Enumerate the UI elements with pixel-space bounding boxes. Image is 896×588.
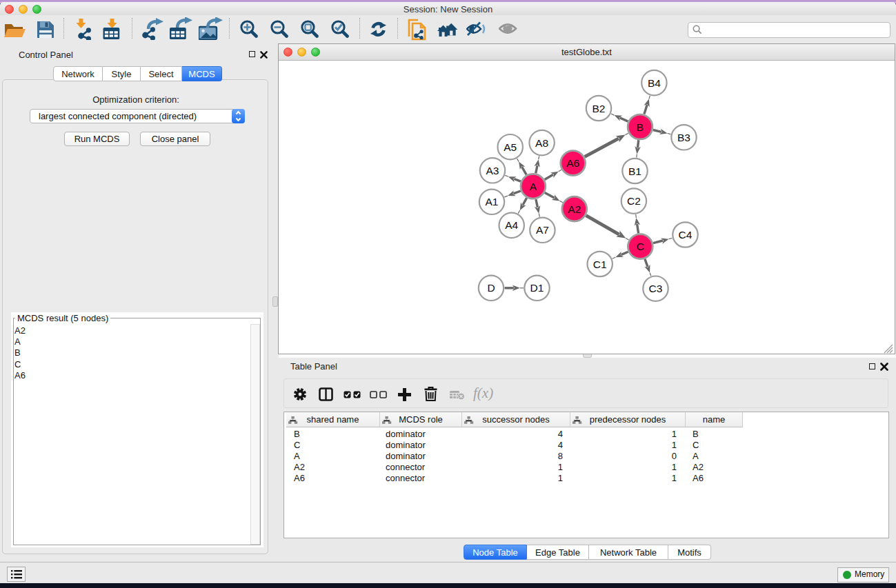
svg-text:C1: C1 bbox=[593, 258, 607, 270]
svg-text:B1: B1 bbox=[628, 165, 641, 177]
svg-text:A3: A3 bbox=[486, 165, 499, 176]
svg-text:B4: B4 bbox=[648, 77, 661, 89]
svg-text:A: A bbox=[530, 181, 537, 192]
svg-text:A1: A1 bbox=[486, 196, 499, 207]
svg-text:A2: A2 bbox=[568, 203, 581, 215]
svg-text:C3: C3 bbox=[649, 283, 663, 294]
svg-text:D: D bbox=[487, 282, 495, 294]
svg-text:B3: B3 bbox=[677, 132, 690, 143]
svg-text:C2: C2 bbox=[627, 195, 641, 207]
svg-text:A5: A5 bbox=[504, 141, 517, 153]
svg-text:C: C bbox=[637, 241, 644, 252]
svg-text:A7: A7 bbox=[536, 224, 549, 236]
svg-text:A6: A6 bbox=[566, 157, 579, 169]
svg-text:A8: A8 bbox=[535, 137, 548, 149]
svg-text:B2: B2 bbox=[593, 103, 606, 114]
svg-text:A4: A4 bbox=[505, 219, 518, 231]
svg-text:C4: C4 bbox=[679, 229, 693, 241]
svg-text:B: B bbox=[637, 121, 644, 133]
svg-text:D1: D1 bbox=[530, 282, 544, 294]
